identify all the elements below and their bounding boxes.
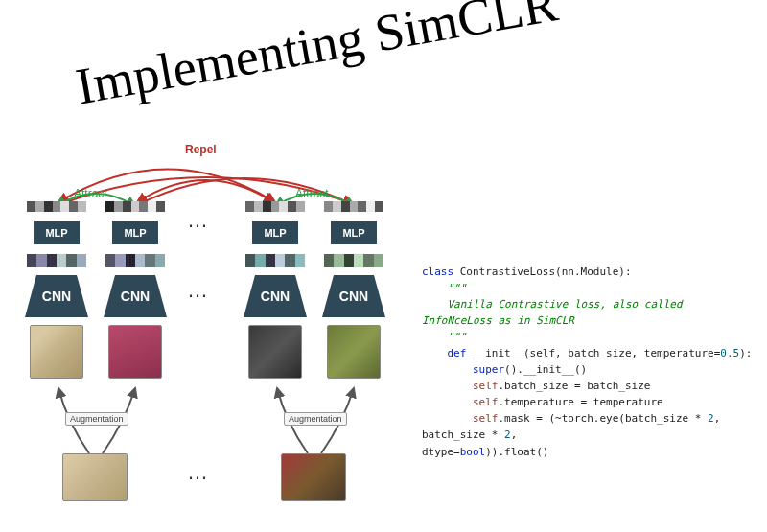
code-token: """ bbox=[422, 331, 466, 343]
branch-col: MLP CNN bbox=[321, 201, 386, 379]
cnn-block: CNN bbox=[25, 275, 88, 317]
feature-vector bbox=[105, 254, 165, 267]
ellipsis-icon: … bbox=[187, 278, 211, 303]
augmented-image bbox=[248, 325, 302, 379]
ellipsis-icon: … bbox=[187, 208, 211, 233]
code-token: self bbox=[422, 412, 498, 425]
source-image bbox=[281, 453, 346, 501]
code-token: __init__ bbox=[466, 347, 523, 359]
code-token: ContrastiveLoss(nn.Module): bbox=[453, 266, 631, 278]
code-token: 2 bbox=[708, 412, 714, 425]
feature-vector bbox=[27, 254, 86, 267]
code-token: .mask = (~torch.eye(batch_size * bbox=[498, 412, 708, 425]
code-token: dtype= bbox=[422, 446, 460, 458]
code-token: ().__init__() bbox=[504, 363, 587, 376]
cnn-block: CNN bbox=[104, 275, 167, 317]
code-token: Vanilla Contrastive loss, also called In… bbox=[422, 298, 688, 327]
source-image bbox=[62, 453, 128, 501]
augmented-image bbox=[30, 325, 83, 379]
code-token: class bbox=[422, 266, 453, 278]
code-token: self bbox=[422, 380, 498, 392]
feature-vector bbox=[245, 254, 305, 267]
repel-label: Repel bbox=[185, 143, 217, 156]
embedding-vector bbox=[245, 201, 305, 212]
augmented-image bbox=[108, 325, 162, 379]
cnn-block: CNN bbox=[244, 275, 307, 317]
code-token: ): bbox=[739, 347, 752, 359]
cnn-block: CNN bbox=[322, 275, 385, 317]
augmentation-label: Augmentation bbox=[284, 412, 347, 426]
mlp-block: MLP bbox=[34, 221, 80, 244]
code-token: .temperature = temperature bbox=[498, 396, 662, 408]
mlp-block: MLP bbox=[112, 221, 158, 244]
code-token: bool bbox=[460, 446, 486, 458]
code-token: 2 bbox=[504, 428, 511, 441]
augmentation-label: Augmentation bbox=[65, 412, 128, 426]
page-title: Implementing SimCLR bbox=[72, 0, 563, 117]
cnn-label: CNN bbox=[244, 289, 307, 304]
code-snippet: class ContrastiveLoss(nn.Module): """ Va… bbox=[422, 264, 757, 460]
branch-col: MLP CNN bbox=[243, 201, 308, 379]
cnn-label: CNN bbox=[25, 289, 88, 304]
code-token: def bbox=[422, 347, 466, 359]
feature-vector bbox=[324, 254, 384, 267]
attract-label-left: Attract bbox=[74, 187, 107, 200]
code-token: """ bbox=[422, 282, 466, 294]
branch-col: MLP CNN bbox=[103, 201, 168, 379]
code-token: .batch_size = batch_size bbox=[498, 380, 650, 392]
code-token: 0.5 bbox=[720, 347, 739, 359]
cnn-label: CNN bbox=[104, 289, 167, 304]
attract-label-right: Attract bbox=[295, 187, 329, 200]
augmented-image bbox=[327, 325, 381, 379]
branch-col: MLP CNN bbox=[24, 201, 89, 379]
code-token: super bbox=[422, 363, 504, 376]
embedding-vector bbox=[105, 201, 165, 212]
code-token: , bbox=[511, 428, 518, 441]
mlp-block: MLP bbox=[331, 221, 377, 244]
code-token: (self, batch_size, temperature= bbox=[523, 347, 720, 359]
simclr-diagram: Repel Attract Attract MLP CNN MLP CNN bbox=[24, 149, 403, 518]
mlp-block: MLP bbox=[252, 221, 298, 244]
code-token: self bbox=[422, 396, 498, 408]
cnn-label: CNN bbox=[322, 289, 385, 304]
embedding-vector bbox=[324, 201, 384, 212]
embedding-vector bbox=[27, 201, 86, 212]
code-token: )).float() bbox=[485, 446, 548, 458]
